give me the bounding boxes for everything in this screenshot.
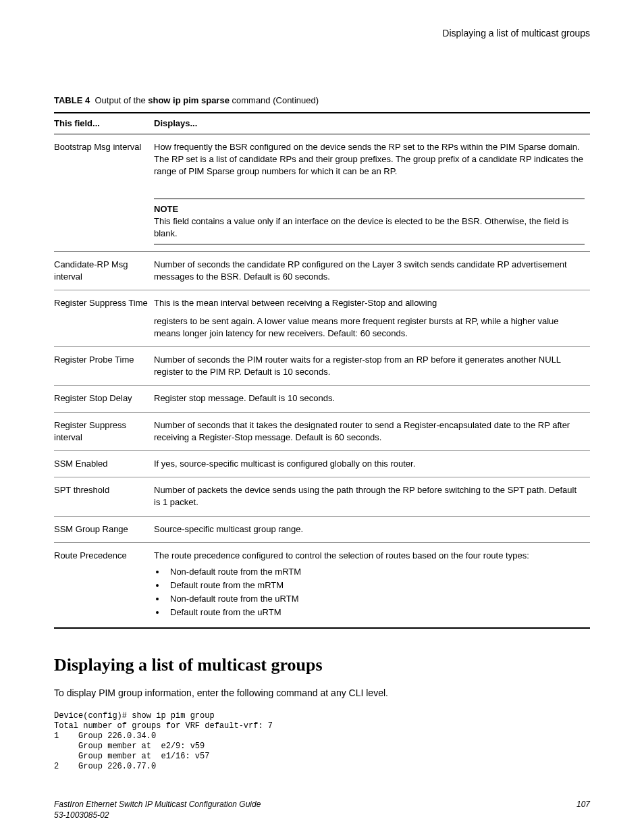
desc-line2: registers to be sent again. A lower valu… (154, 315, 585, 340)
field-name: SPT threshold (54, 477, 154, 516)
desc-line1: This is the mean interval between receiv… (154, 297, 585, 309)
list-item: Non-default route from the mRTM (166, 566, 585, 578)
table-row: SPT threshold Number of packets the devi… (54, 477, 590, 516)
field-name: Register Suppress interval (54, 412, 154, 450)
table-row: Candidate-RP Msg interval Number of seco… (54, 252, 590, 290)
field-desc: Number of seconds the candidate RP confi… (154, 252, 590, 290)
footer-guide-title: FastIron Ethernet Switch IP Multicast Co… (54, 799, 261, 810)
field-name: Bootstrap Msg interval (54, 134, 154, 251)
field-desc: How frequently the BSR configured on the… (154, 134, 590, 251)
field-name: SSM Enabled (54, 450, 154, 477)
route-list: Non-default route from the mRTM Default … (166, 566, 585, 619)
caption-suffix: command (Continued) (230, 95, 319, 105)
field-desc: This is the mean interval between receiv… (154, 290, 590, 347)
field-desc: Number of packets the device sends using… (154, 477, 590, 516)
field-name: Candidate-RP Msg interval (54, 252, 154, 290)
output-table: This field... Displays... Bootstrap Msg … (54, 112, 590, 629)
field-desc: Number of seconds the PIM router waits f… (154, 347, 590, 386)
note-body: This field contains a value only if an i… (154, 215, 585, 240)
field-name: SSM Group Range (54, 516, 154, 542)
caption-mid: Output of the (95, 95, 148, 105)
table-number: TABLE 4 (54, 95, 90, 105)
list-item: Non-default route from the uRTM (166, 593, 585, 605)
table-row: Register Stop Delay Register stop messag… (54, 386, 590, 412)
page-footer: FastIron Ethernet Switch IP Multicast Co… (54, 799, 590, 822)
field-name: Route Precedence (54, 542, 154, 627)
table-row: SSM Group Range Source-specific multicas… (54, 516, 590, 542)
field-name: Register Suppress Time (54, 290, 154, 347)
field-name: Register Probe Time (54, 347, 154, 386)
section-intro: To display PIM group information, enter … (54, 687, 590, 700)
desc-text: How frequently the BSR configured on the… (154, 142, 583, 176)
note-block: NOTE This field contains a value only if… (154, 199, 585, 245)
field-desc: Number of seconds that it takes the desi… (154, 412, 590, 450)
caption-command: show ip pim sparse (148, 95, 230, 105)
field-desc: The route precedence configured to contr… (154, 542, 590, 627)
field-desc: Source-specific multicast group range. (154, 516, 590, 542)
table-row: Register Probe Time Number of seconds th… (54, 347, 590, 386)
field-desc: Register stop message. Default is 10 sec… (154, 386, 590, 412)
table-row: Route Precedence The route precedence co… (54, 542, 590, 627)
table-row: SSM Enabled If yes, source-specific mult… (54, 450, 590, 477)
table-row: Register Suppress Time This is the mean … (54, 290, 590, 347)
list-item: Default route from the mRTM (166, 579, 585, 592)
table-row: Register Suppress interval Number of sec… (54, 412, 590, 450)
section-heading: Displaying a list of multicast groups (54, 653, 590, 677)
field-desc: If yes, source-specific multicast is con… (154, 450, 590, 477)
footer-doc-number: 53-1003085-02 (54, 810, 261, 821)
note-title: NOTE (154, 203, 585, 215)
page-number: 107 (576, 799, 590, 822)
footer-left: FastIron Ethernet Switch IP Multicast Co… (54, 799, 261, 822)
list-item: Default route from the uRTM (166, 606, 585, 619)
desc-text: The route precedence configured to contr… (154, 550, 529, 561)
table-caption: TABLE 4 Output of the show ip pim sparse… (54, 95, 590, 107)
field-name: Register Stop Delay (54, 386, 154, 412)
page-header-title: Displaying a list of multicast groups (54, 27, 590, 41)
table-row: Bootstrap Msg interval How frequently th… (54, 134, 590, 251)
col-header-displays: Displays... (154, 113, 590, 134)
col-header-field: This field... (54, 113, 154, 134)
cli-output: Device(config)# show ip pim group Total … (54, 711, 590, 772)
